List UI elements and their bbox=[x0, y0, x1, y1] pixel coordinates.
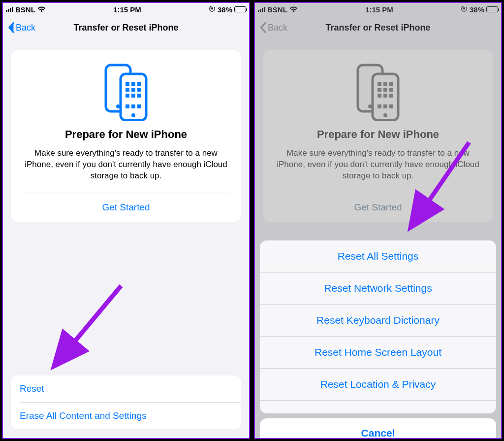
svg-rect-31 bbox=[378, 94, 381, 98]
svg-point-24 bbox=[383, 113, 387, 117]
reset-location-privacy[interactable]: Reset Location & Privacy bbox=[260, 369, 496, 400]
orientation-lock-icon bbox=[209, 5, 216, 14]
prepare-card: Prepare for New iPhone Make sure everyth… bbox=[11, 50, 241, 222]
carrier-label: BSNL bbox=[15, 5, 35, 14]
bottom-list: Reset Erase All Content and Settings bbox=[11, 375, 241, 429]
two-phones-icon bbox=[273, 62, 483, 121]
svg-point-5 bbox=[131, 113, 135, 117]
svg-rect-13 bbox=[131, 94, 135, 98]
get-started-button[interactable]: Get Started bbox=[21, 193, 231, 222]
nav-bar: Back Transfer or Reset iPhone bbox=[255, 16, 501, 39]
battery-pct: 38% bbox=[218, 5, 232, 14]
battery-icon bbox=[234, 6, 246, 12]
svg-line-18 bbox=[56, 286, 121, 364]
wifi-icon bbox=[289, 5, 298, 14]
cancel-button[interactable]: Cancel bbox=[260, 418, 496, 439]
status-bar: BSNL 1:15 PM 38% bbox=[255, 3, 501, 16]
svg-rect-29 bbox=[383, 88, 387, 92]
reset-row[interactable]: Reset bbox=[11, 375, 241, 402]
status-bar: BSNL 1:15 PM 38% bbox=[3, 3, 249, 16]
cell-signal-icon bbox=[6, 7, 13, 12]
svg-rect-10 bbox=[131, 88, 135, 92]
chevron-left-icon bbox=[260, 22, 267, 33]
svg-rect-34 bbox=[378, 104, 381, 108]
svg-rect-20 bbox=[463, 8, 465, 9]
svg-rect-9 bbox=[126, 88, 129, 92]
svg-rect-32 bbox=[383, 94, 387, 98]
svg-rect-1 bbox=[211, 8, 213, 9]
reset-action-sheet: Reset All Settings Reset Network Setting… bbox=[260, 240, 496, 439]
svg-rect-15 bbox=[126, 104, 129, 108]
svg-rect-11 bbox=[137, 88, 141, 92]
reset-all-settings[interactable]: Reset All Settings bbox=[260, 240, 496, 272]
svg-rect-30 bbox=[389, 88, 393, 92]
reset-home-screen-layout[interactable]: Reset Home Screen Layout bbox=[260, 337, 496, 368]
two-phones-icon bbox=[21, 62, 231, 121]
chevron-left-icon bbox=[8, 22, 15, 33]
content-area: Prepare for New iPhone Make sure everyth… bbox=[3, 39, 249, 438]
reset-keyboard-dictionary[interactable]: Reset Keyboard Dictionary bbox=[260, 305, 496, 336]
wifi-icon bbox=[37, 5, 46, 14]
svg-rect-6 bbox=[126, 82, 129, 86]
prepare-desc: Make sure everything's ready to transfer… bbox=[21, 148, 231, 182]
phone-left: BSNL 1:15 PM 38% Back Transfer or Reset … bbox=[2, 2, 250, 439]
orientation-lock-icon bbox=[461, 5, 468, 14]
battery-icon bbox=[486, 6, 498, 12]
clock: 1:15 PM bbox=[365, 5, 393, 14]
back-label: Back bbox=[268, 23, 287, 33]
get-started-button: Get Started bbox=[273, 193, 483, 222]
svg-rect-33 bbox=[389, 94, 393, 98]
carrier-label: BSNL bbox=[267, 5, 287, 14]
page-title: Transfer or Reset iPhone bbox=[255, 23, 501, 33]
svg-rect-36 bbox=[389, 104, 393, 108]
prepare-title: Prepare for New iPhone bbox=[21, 128, 231, 141]
svg-rect-25 bbox=[378, 82, 381, 86]
erase-row[interactable]: Erase All Content and Settings bbox=[11, 403, 241, 429]
svg-rect-8 bbox=[137, 82, 141, 86]
sheet-options: Reset All Settings Reset Network Setting… bbox=[260, 240, 496, 413]
svg-rect-7 bbox=[131, 82, 135, 86]
svg-rect-26 bbox=[383, 82, 387, 86]
annotation-arrow-icon bbox=[42, 276, 141, 376]
clock: 1:15 PM bbox=[113, 5, 141, 14]
cell-signal-icon bbox=[258, 7, 265, 12]
battery-pct: 38% bbox=[470, 5, 484, 14]
svg-rect-17 bbox=[137, 104, 141, 108]
phone-right: BSNL 1:15 PM 38% Back Transfer or Reset … bbox=[254, 2, 502, 439]
nav-bar: Back Transfer or Reset iPhone bbox=[3, 16, 249, 39]
svg-rect-27 bbox=[389, 82, 393, 86]
svg-rect-28 bbox=[378, 88, 381, 92]
back-label: Back bbox=[16, 23, 35, 33]
svg-rect-14 bbox=[137, 94, 141, 98]
back-button[interactable]: Back bbox=[8, 22, 35, 33]
svg-rect-12 bbox=[126, 94, 129, 98]
back-button: Back bbox=[260, 22, 287, 33]
svg-rect-35 bbox=[383, 104, 387, 108]
prepare-desc: Make sure everything's ready to transfer… bbox=[273, 148, 483, 182]
prepare-title: Prepare for New iPhone bbox=[273, 128, 483, 141]
svg-rect-16 bbox=[131, 104, 135, 108]
sheet-peek-row[interactable] bbox=[260, 401, 496, 413]
prepare-card: Prepare for New iPhone Make sure everyth… bbox=[263, 50, 493, 222]
page-title: Transfer or Reset iPhone bbox=[3, 23, 249, 33]
reset-network-settings[interactable]: Reset Network Settings bbox=[260, 272, 496, 304]
